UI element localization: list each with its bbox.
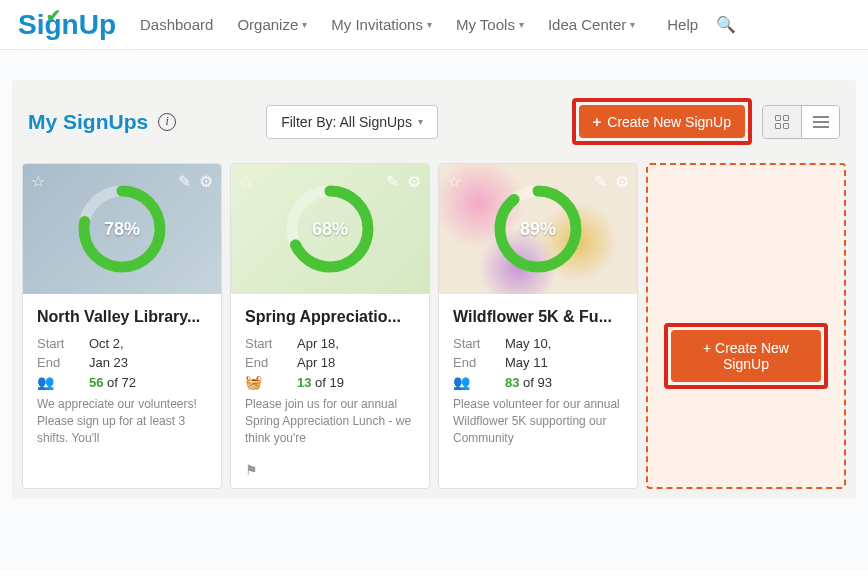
grid-view-button[interactable] [763,106,801,138]
check-icon: ✔ [46,5,61,27]
highlight-annotation: + Create New SignUp [664,323,828,389]
signup-card[interactable]: ☆ ✎ ⚙ 68% Spring Appreciatio... StartApr… [230,163,430,489]
nav-dashboard[interactable]: Dashboard [130,8,223,41]
search-icon[interactable]: 🔍 [716,15,736,34]
list-icon [813,116,829,128]
gear-icon[interactable]: ⚙ [199,172,213,191]
gear-icon[interactable]: ⚙ [407,172,421,191]
content-area: My SignUps i Filter By: All SignUps▾ +Cr… [0,50,868,570]
caret-down-icon: ▾ [519,19,524,30]
card-image: ☆ ✎ ⚙ 89% [439,164,637,294]
create-placeholder-card: + Create New SignUp [646,163,846,489]
caret-down-icon: ▾ [630,19,635,30]
progress-ring: 89% [492,183,584,275]
logo[interactable]: SignUp✔ [18,9,116,41]
caret-down-icon: ▾ [427,19,432,30]
star-icon[interactable]: ☆ [239,172,253,191]
create-signup-button[interactable]: +Create New SignUp [579,105,746,138]
gear-icon[interactable]: ⚙ [615,172,629,191]
star-icon[interactable]: ☆ [31,172,45,191]
card-desc: Please volunteer for our annual Wildflow… [453,396,623,446]
nav-invitations[interactable]: My Invitations▾ [321,8,442,41]
view-toggle [762,105,840,139]
card-title: Spring Appreciatio... [245,308,415,326]
star-icon[interactable]: ☆ [447,172,461,191]
people-icon: 👥 [453,374,470,390]
signup-card[interactable]: ☆ ✎ ⚙ 78% North Valley Library... StartO… [22,163,222,489]
top-nav: SignUp✔ Dashboard Organize▾ My Invitatio… [0,0,868,50]
caret-down-icon: ▾ [418,116,423,127]
create-signup-button[interactable]: + Create New SignUp [671,330,821,382]
card-desc: Please join us for our annual Spring App… [245,396,415,446]
card-image: ☆ ✎ ⚙ 78% [23,164,221,294]
panel-header: My SignUps i Filter By: All SignUps▾ +Cr… [22,98,846,145]
progress-ring: 68% [284,183,376,275]
flag-icon[interactable]: ⚑ [231,456,429,488]
signup-card[interactable]: ☆ ✎ ⚙ 89% Wildflower 5K & Fu... StartMay… [438,163,638,489]
plus-icon: + [593,113,602,130]
basket-icon: 🧺 [245,374,262,390]
card-title: North Valley Library... [37,308,207,326]
pencil-icon[interactable]: ✎ [178,172,191,191]
grid-icon [775,115,789,129]
pencil-icon[interactable]: ✎ [386,172,399,191]
nav-organize[interactable]: Organize▾ [227,8,317,41]
card-desc: We appreciate our volunteers! Please sig… [37,396,207,446]
nav-tools[interactable]: My Tools▾ [446,8,534,41]
progress-ring: 78% [76,183,168,275]
list-view-button[interactable] [801,106,839,138]
card-image: ☆ ✎ ⚙ 68% [231,164,429,294]
info-icon[interactable]: i [158,113,176,131]
nav-idea[interactable]: Idea Center▾ [538,8,645,41]
caret-down-icon: ▾ [302,19,307,30]
nav-help[interactable]: Help [657,8,708,41]
people-icon: 👥 [37,374,54,390]
section-title: My SignUps [28,110,148,134]
highlight-annotation: +Create New SignUp [572,98,753,145]
card-title: Wildflower 5K & Fu... [453,308,623,326]
cards-container: ☆ ✎ ⚙ 78% North Valley Library... StartO… [22,163,846,489]
pencil-icon[interactable]: ✎ [594,172,607,191]
signups-panel: My SignUps i Filter By: All SignUps▾ +Cr… [12,80,856,499]
filter-dropdown[interactable]: Filter By: All SignUps▾ [266,105,438,139]
